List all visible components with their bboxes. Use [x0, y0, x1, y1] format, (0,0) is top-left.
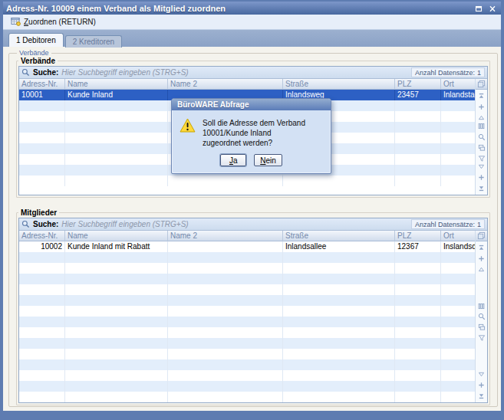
cell-name: [65, 133, 168, 143]
search-input[interactable]: [61, 219, 408, 229]
cell-name: [65, 274, 168, 284]
cell-ort: [441, 327, 475, 338]
table-row-empty[interactable]: [19, 349, 475, 359]
cell-plz: [395, 381, 441, 392]
cards-icon[interactable]: [477, 143, 486, 152]
column-header-name2[interactable]: Name 2: [168, 79, 283, 90]
table-row-empty[interactable]: [19, 338, 475, 349]
cell-ort: [441, 274, 475, 284]
cards-icon[interactable]: [477, 323, 486, 332]
table-row-empty[interactable]: [19, 306, 475, 317]
table-row-empty[interactable]: [19, 252, 475, 263]
table-row-empty[interactable]: [19, 381, 475, 392]
assign-button[interactable]: Zuordnen (RETURN): [6, 15, 100, 29]
table-row-empty[interactable]: [19, 327, 475, 338]
search-icon[interactable]: [477, 133, 486, 141]
page-down-icon[interactable]: [477, 370, 486, 379]
filter-icon[interactable]: [477, 154, 486, 162]
table-row-empty[interactable]: [19, 295, 475, 306]
last-row-icon[interactable]: [477, 392, 486, 400]
search-icon[interactable]: [477, 313, 486, 321]
outer-group-label: Verbände: [17, 49, 51, 57]
column-header-adress-nr[interactable]: Adress-Nr.: [19, 79, 65, 90]
insert-row-icon[interactable]: [477, 254, 486, 263]
dialog-message: Soll die Adresse dem Verband 10001/Kunde…: [203, 118, 323, 148]
column-header-ort[interactable]: Ort: [441, 231, 475, 241]
cell-adress-nr: [19, 154, 65, 165]
cell-name: [65, 359, 168, 370]
column-header-strasse[interactable]: Straße: [283, 79, 395, 90]
last-row-icon[interactable]: [477, 184, 486, 192]
yes-button[interactable]: Ja: [220, 154, 246, 166]
cell-adress-nr: [19, 284, 65, 295]
first-row-icon[interactable]: [477, 92, 486, 100]
cell-strasse: [283, 295, 395, 306]
cell-ort: [441, 349, 475, 359]
cell-adress-nr: [19, 306, 65, 317]
cell-ort: [441, 306, 475, 317]
cell-name2: [168, 306, 283, 317]
column-header-name[interactable]: Name: [65, 231, 168, 241]
cell-strasse: [283, 317, 395, 327]
column-header-name2[interactable]: Name 2: [168, 231, 283, 241]
column-header-plz[interactable]: PLZ: [395, 79, 441, 90]
restore-icon: [475, 2, 483, 15]
no-button[interactable]: Nein: [254, 154, 282, 166]
copy-icon[interactable]: [477, 231, 486, 240]
columns-icon[interactable]: [477, 302, 486, 310]
cell-adress-nr: [19, 338, 65, 349]
cell-plz: [395, 370, 441, 381]
tab-kreditoren[interactable]: 2 Kreditoren: [65, 35, 122, 48]
cell-name: [65, 165, 168, 176]
close-button[interactable]: [486, 3, 498, 13]
table-row-empty[interactable]: [19, 392, 475, 402]
remove-row-icon[interactable]: [477, 381, 486, 389]
page-up-icon[interactable]: [477, 113, 486, 122]
insert-row-icon[interactable]: [477, 103, 486, 111]
cell-ort: [441, 263, 475, 274]
cell-plz: [395, 176, 441, 186]
columns-icon[interactable]: [477, 122, 486, 130]
table-row-empty[interactable]: [19, 274, 475, 284]
cell-name: [65, 154, 168, 165]
cell-plz: [395, 327, 441, 338]
column-header-name[interactable]: Name: [65, 79, 168, 90]
cell-ort: [441, 165, 475, 176]
table-row-empty[interactable]: [19, 263, 475, 274]
cell-ort: [441, 381, 475, 392]
mitglieder-grid-area: Adress-Nr.NameName 2StraßePLZOrt10002Kun…: [19, 231, 487, 402]
cell-plz: [395, 284, 441, 295]
table-row-empty[interactable]: [19, 359, 475, 370]
copy-icon[interactable]: [477, 80, 486, 88]
cell-plz: 12367: [395, 241, 441, 252]
column-header-strasse[interactable]: Straße: [283, 231, 395, 241]
table-row-empty[interactable]: [19, 284, 475, 295]
cell-adress-nr: [19, 143, 65, 154]
page-down-icon[interactable]: [477, 162, 486, 171]
cell-adress-nr: [19, 327, 65, 338]
cell-plz: [395, 359, 441, 370]
cell-strasse: [283, 370, 395, 381]
cell-name: [65, 370, 168, 381]
cell-name: [65, 100, 168, 111]
page-up-icon[interactable]: [477, 265, 486, 274]
remove-row-icon[interactable]: [477, 173, 486, 182]
column-header-plz[interactable]: PLZ: [395, 231, 441, 241]
cell-name2: [168, 176, 283, 186]
cell-ort: [441, 133, 475, 143]
cell-name: [65, 143, 168, 154]
tab-debitoren[interactable]: 1 Debitoren: [8, 33, 64, 47]
first-row-icon[interactable]: [477, 244, 486, 252]
table-row-empty[interactable]: [19, 176, 475, 186]
cell-plz: [395, 100, 441, 111]
restore-button[interactable]: [473, 3, 484, 13]
cell-adress-nr: [19, 392, 65, 402]
table-row[interactable]: 10002Kunde Inland mit RabattInlandsallee…: [19, 241, 475, 252]
search-input[interactable]: [61, 67, 408, 77]
column-header-ort[interactable]: Ort: [441, 79, 475, 90]
table-row-empty[interactable]: [19, 370, 475, 381]
column-header-adress-nr[interactable]: Adress-Nr.: [19, 231, 65, 241]
filter-icon[interactable]: [477, 334, 486, 343]
mitglieder-search-row: Suche: Anzahl Datensätze: 1: [19, 218, 487, 231]
table-row-empty[interactable]: [19, 317, 475, 327]
